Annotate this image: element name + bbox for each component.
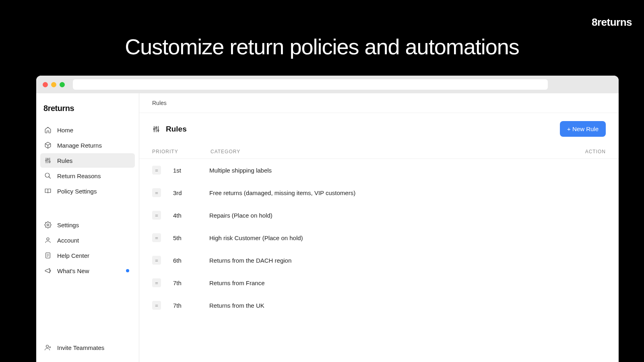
drag-handle-icon[interactable]: = <box>152 301 161 310</box>
sidebar-item-label: Manage Returns <box>57 142 102 149</box>
rule-category: High risk Customer (Place on hold) <box>209 234 606 241</box>
sidebar: 8returns Home Manage Returns Rules Retur… <box>36 93 139 362</box>
sidebar-item-home[interactable]: Home <box>40 123 135 137</box>
sliders-icon <box>152 125 160 133</box>
drag-handle-icon[interactable]: = <box>152 211 161 220</box>
close-window-icon[interactable] <box>43 82 48 87</box>
drag-handle-icon[interactable]: = <box>152 278 161 287</box>
drag-handle-icon[interactable]: = <box>152 256 161 265</box>
rule-category: Multiple shipping labels <box>209 167 606 174</box>
sidebar-logo: 8returns <box>36 101 139 123</box>
sidebar-item-settings[interactable]: Settings <box>40 218 135 232</box>
rule-priority: 4th <box>173 212 209 219</box>
rule-priority: 5th <box>173 234 209 241</box>
table-row[interactable]: =5thHigh risk Customer (Place on hold) <box>152 226 606 249</box>
col-header-priority: PRIORITY <box>152 149 211 154</box>
sidebar-item-label: Home <box>57 127 73 134</box>
sidebar-item-manage-returns[interactable]: Manage Returns <box>40 138 135 152</box>
rule-category: Repairs (Place on hold) <box>209 212 606 219</box>
document-icon <box>44 252 52 259</box>
marketing-headline: Customize return policies and automation… <box>0 0 644 59</box>
app-window: 8returns Home Manage Returns Rules Retur… <box>36 76 619 362</box>
user-icon <box>44 237 52 244</box>
sidebar-item-account[interactable]: Account <box>40 233 135 247</box>
main-content: Rules Rules + New Rule PRIORITY CATEGORY… <box>139 93 619 362</box>
table-row[interactable]: =6thReturns from the DACH region <box>152 249 606 272</box>
sidebar-item-label: Help Center <box>57 252 89 259</box>
minimize-window-icon[interactable] <box>51 82 56 87</box>
col-header-action: ACTION <box>574 149 606 154</box>
rule-priority: 3rd <box>173 189 209 196</box>
table-row[interactable]: =7thReturns from France <box>152 272 606 294</box>
sidebar-item-label: What's New <box>57 267 89 274</box>
table-row[interactable]: =3rdFree returns (damaged, missing items… <box>152 181 606 204</box>
brand-logo: 8returns <box>592 16 632 29</box>
page-title: Rules <box>152 125 187 134</box>
svg-point-8 <box>153 128 155 130</box>
search-icon <box>44 172 52 179</box>
svg-point-7 <box>46 345 49 348</box>
svg-point-10 <box>157 130 159 131</box>
sidebar-item-whats-new[interactable]: What's New <box>40 263 135 278</box>
sidebar-item-label: Rules <box>57 157 72 164</box>
drag-handle-icon[interactable]: = <box>152 188 161 197</box>
user-plus-icon <box>44 344 52 351</box>
svg-point-9 <box>155 127 157 128</box>
sidebar-item-label: Invite Teammates <box>57 344 104 351</box>
maximize-window-icon[interactable] <box>60 82 65 87</box>
svg-point-5 <box>47 238 49 240</box>
home-icon <box>44 126 52 134</box>
rule-category: Returns from the DACH region <box>209 257 606 264</box>
col-header-category: CATEGORY <box>211 149 574 154</box>
sidebar-item-invite-teammates[interactable]: Invite Teammates <box>40 340 135 355</box>
drag-handle-icon[interactable]: = <box>152 166 161 175</box>
gear-icon <box>44 221 52 228</box>
rule-priority: 6th <box>173 257 209 264</box>
svg-point-3 <box>45 173 50 177</box>
new-rule-button[interactable]: + New Rule <box>560 121 606 137</box>
sidebar-item-policy-settings[interactable]: Policy Settings <box>40 184 135 198</box>
svg-point-4 <box>47 224 49 226</box>
rule-category: Free returns (damaged, missing items, VI… <box>209 189 606 196</box>
sidebar-item-label: Account <box>57 237 79 244</box>
drag-handle-icon[interactable]: = <box>152 233 161 242</box>
svg-point-0 <box>45 160 47 161</box>
sidebar-item-rules[interactable]: Rules <box>40 153 135 168</box>
notification-badge-icon <box>126 269 129 272</box>
sidebar-item-label: Return Reasons <box>57 173 101 179</box>
table-row[interactable]: =4thRepairs (Place on hold) <box>152 204 606 226</box>
svg-point-2 <box>49 161 50 162</box>
sidebar-item-return-reasons[interactable]: Return Reasons <box>40 169 135 183</box>
table-header: PRIORITY CATEGORY ACTION <box>139 145 619 159</box>
breadcrumb: Rules <box>139 93 619 113</box>
rule-priority: 7th <box>173 280 209 286</box>
table-row[interactable]: =7thReturns from the UK <box>152 294 606 317</box>
book-icon <box>44 187 52 195</box>
box-icon <box>44 142 52 149</box>
sidebar-item-label: Settings <box>57 222 79 228</box>
megaphone-icon <box>44 267 52 274</box>
rule-category: Returns from the UK <box>209 302 606 309</box>
rule-priority: 1st <box>173 167 209 174</box>
page-title-text: Rules <box>166 125 187 134</box>
sidebar-item-help-center[interactable]: Help Center <box>40 248 135 263</box>
url-bar[interactable] <box>73 79 548 90</box>
window-titlebar <box>36 76 619 93</box>
sliders-icon <box>44 157 52 164</box>
svg-point-1 <box>47 159 49 160</box>
rule-priority: 7th <box>173 302 209 309</box>
sidebar-item-label: Policy Settings <box>57 188 97 195</box>
table-row[interactable]: =1stMultiple shipping labels <box>152 159 606 181</box>
rule-category: Returns from France <box>209 280 606 286</box>
